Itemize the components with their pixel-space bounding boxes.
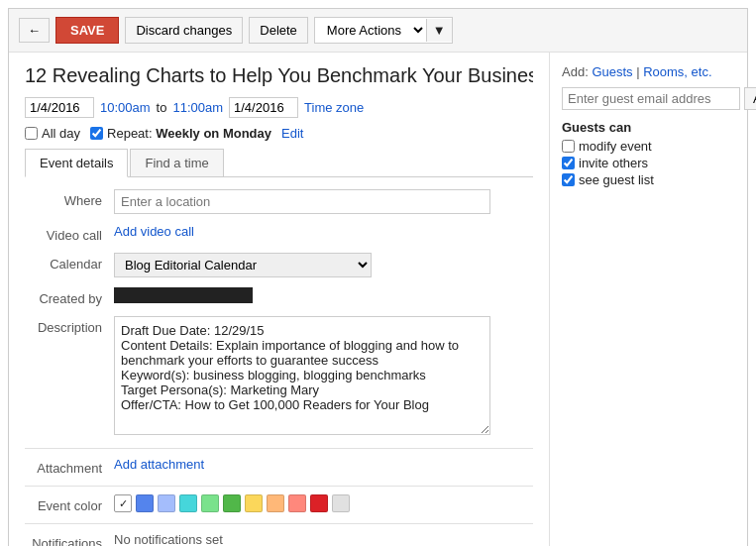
created-by-row: Created by	[25, 287, 533, 306]
calendar-select[interactable]: Blog Editorial Calendar	[114, 253, 372, 277]
invite-others-checkbox[interactable]	[562, 157, 575, 169]
description-textarea[interactable]: Draft Due Date: 12/29/15 Content Details…	[114, 316, 490, 435]
allday-checkbox[interactable]	[25, 127, 38, 140]
toolbar: ← SAVE Discard changes Delete More Actio…	[9, 9, 747, 53]
guest-input-row: Add	[562, 87, 735, 110]
tab-find-time[interactable]: Find a time	[130, 149, 223, 176]
video-call-field: Add video call	[114, 224, 533, 239]
sidebar-add: Add: Guests | Rooms, etc.	[562, 64, 735, 79]
color-tomato[interactable]	[310, 494, 328, 512]
more-actions-select[interactable]: More Actions	[315, 18, 426, 43]
delete-button[interactable]: Delete	[249, 17, 308, 44]
event-color-field: ✓	[114, 494, 533, 512]
options-row: All day Repeat: Weekly on Monday Edit	[25, 126, 533, 141]
calendar-row: Calendar Blog Editorial Calendar	[25, 253, 533, 277]
guests-can: Guests can modify event invite others se…	[562, 120, 735, 187]
notifications-field: No notifications set Add a notification	[114, 532, 533, 546]
rooms-link[interactable]: Rooms, etc.	[643, 64, 711, 79]
timezone-link[interactable]: Time zone	[304, 100, 364, 115]
tabs: Event details Find a time	[25, 149, 533, 177]
color-graphite[interactable]	[332, 494, 350, 512]
main-panel: 10:00am to 11:00am Time zone All day Rep…	[9, 53, 549, 546]
calendar-label: Calendar	[25, 253, 114, 272]
where-label: Where	[25, 189, 114, 208]
end-time-link[interactable]: 11:00am	[172, 100, 223, 115]
discard-button[interactable]: Discard changes	[125, 17, 243, 44]
see-guest-list-checkbox[interactable]	[562, 173, 575, 186]
modify-event-option: modify event	[562, 139, 735, 154]
tab-event-details[interactable]: Event details	[25, 149, 128, 177]
color-teal[interactable]	[179, 494, 197, 512]
event-color-row: Event color ✓	[25, 494, 533, 513]
add-attachment-link[interactable]: Add attachment	[114, 457, 204, 472]
start-date-input[interactable]	[25, 97, 94, 118]
attachment-row: Attachment Add attachment	[25, 457, 533, 476]
back-button[interactable]: ←	[19, 18, 50, 43]
guest-email-input[interactable]	[562, 87, 740, 110]
color-check[interactable]: ✓	[114, 494, 132, 512]
start-time-link[interactable]: 10:00am	[100, 100, 151, 115]
event-color-label: Event color	[25, 494, 114, 513]
notifications-row: Notifications No notifications set Add a…	[25, 532, 533, 546]
notifications-value: No notifications set	[114, 532, 223, 546]
save-button[interactable]: SAVE	[55, 17, 119, 44]
notifications-label: Notifications	[25, 532, 114, 546]
color-swatches: ✓	[114, 494, 533, 512]
video-call-label: Video call	[25, 224, 114, 243]
color-basil[interactable]	[223, 494, 241, 512]
event-title[interactable]	[25, 64, 533, 87]
color-cornflower[interactable]	[158, 494, 175, 512]
created-by-label: Created by	[25, 287, 114, 306]
allday-label[interactable]: All day	[25, 126, 80, 141]
attachment-label: Attachment	[25, 457, 114, 476]
guests-link[interactable]: Guests	[592, 64, 632, 79]
description-row: Description Draft Due Date: 12/29/15 Con…	[25, 316, 533, 438]
add-video-call-link[interactable]: Add video call	[114, 224, 194, 239]
invite-others-option: invite others	[562, 156, 735, 170]
sidebar: Add: Guests | Rooms, etc. Add Guests can…	[549, 53, 747, 546]
calendar-field: Blog Editorial Calendar	[114, 253, 533, 277]
color-blue[interactable]	[136, 494, 154, 512]
description-label: Description	[25, 316, 114, 335]
datetime-row: 10:00am to 11:00am Time zone	[25, 97, 533, 118]
where-field	[114, 189, 533, 214]
created-by-field	[114, 287, 533, 303]
add-guest-button[interactable]: Add	[744, 87, 756, 110]
where-input[interactable]	[114, 189, 490, 214]
end-date-input[interactable]	[229, 97, 298, 118]
more-actions-wrapper: More Actions ▼	[314, 17, 453, 44]
created-by-redacted	[114, 287, 253, 303]
modify-event-checkbox[interactable]	[562, 140, 575, 153]
content-area: 10:00am to 11:00am Time zone All day Rep…	[9, 53, 747, 546]
guests-can-title: Guests can	[562, 120, 735, 135]
repeat-text: Repeat: Weekly on Monday	[107, 126, 271, 141]
color-flamingo[interactable]	[288, 494, 306, 512]
description-field: Draft Due Date: 12/29/15 Content Details…	[114, 316, 533, 438]
repeat-label[interactable]: Repeat: Weekly on Monday	[90, 126, 271, 141]
repeat-checkbox[interactable]	[90, 127, 103, 140]
where-row: Where	[25, 189, 533, 214]
edit-repeat-link[interactable]: Edit	[281, 126, 303, 141]
video-call-row: Video call Add video call	[25, 224, 533, 243]
color-sage[interactable]	[201, 494, 219, 512]
to-label: to	[157, 100, 167, 115]
color-banana[interactable]	[245, 494, 263, 512]
attachment-field: Add attachment	[114, 457, 533, 472]
color-tangerine[interactable]	[267, 494, 284, 512]
more-actions-arrow[interactable]: ▼	[426, 19, 452, 42]
see-guest-list-option: see guest list	[562, 172, 735, 187]
